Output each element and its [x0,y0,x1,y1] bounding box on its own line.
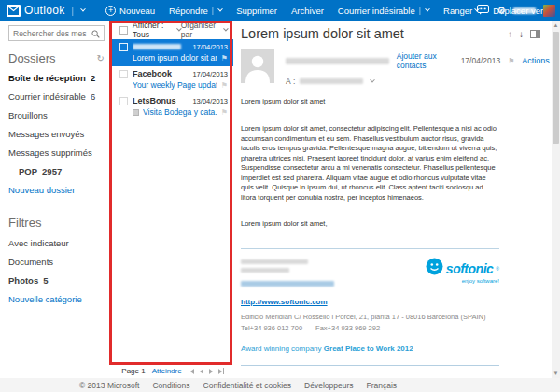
archive-button[interactable]: Archiver [291,6,324,16]
goto-page-link[interactable]: Atteindre [152,367,182,375]
sidebar-item-photos[interactable]: Photos5 [8,275,105,286]
outlook-logo[interactable]: Outlook | [7,4,85,17]
message-subject: Visita Bodega y cata. ... [143,107,217,117]
award-link[interactable]: Great Place to Work 2012 [324,344,413,353]
search-box[interactable] [8,25,105,41]
logo-divider: | [71,6,74,16]
folders-header: Dossiers ↻ [8,51,105,65]
reading-pane-scrollbar[interactable]: ▲ ▼ [552,21,560,378]
message-sender: LetsBonus [133,96,188,105]
refresh-icon[interactable]: ↻ [97,53,105,63]
sender-avatar[interactable] [241,49,274,83]
sidebar-item-documents[interactable]: Documents [8,257,105,267]
message-date: 13/04/2013 [192,97,228,105]
award-line: Award winning company Great Place to Wor… [241,344,499,353]
new-category-link[interactable]: Nouvelle catégorie [8,294,105,304]
chevron-down-icon[interactable] [80,7,86,12]
filters-heading: Filtres [8,216,41,230]
message-subject: Lorem ipsum dolor sit amet [133,53,217,63]
delete-button[interactable]: Supprimer [236,6,277,16]
chevron-down-icon [224,26,229,31]
plus-circle-icon: + [105,6,116,16]
select-all-checkbox[interactable] [119,26,128,35]
footer-bar: © 2013 Microsoft Conditions Confidential… [0,378,560,392]
message-checkbox[interactable] [119,97,128,105]
softonic-wordmark: softonic [446,261,493,276]
search-input[interactable] [13,29,91,38]
top-bar: Outlook | + Nouveau Répondre | Supprimer… [0,0,560,21]
footer-link-terms[interactable]: Conditions [152,381,189,390]
footer-link-language[interactable]: Français [367,381,398,390]
next-message-icon[interactable]: ↓ [519,29,524,39]
reading-pane-toggle-icon[interactable] [530,30,540,38]
message-row-selected[interactable]: 17/04/2013 Lorem ipsum dolor sit amet ⚑ [112,39,233,66]
message-sender: Facebook [133,69,188,78]
redacted-sender-name [286,58,389,64]
search-icon[interactable] [91,25,100,42]
page-indicator: Page 1 [121,367,145,375]
new-folder-link[interactable]: Nouveau dossier [8,185,105,195]
chevron-down-icon[interactable] [371,77,376,83]
signature-address: Edificio Meridian C/ Rosselló i Porcel, … [241,313,499,321]
footer-link-developers[interactable]: Développeurs [304,381,353,390]
folders-heading: Dossiers [8,51,56,65]
footer-link-privacy[interactable]: Confidentialité et cookies [203,381,292,390]
redacted-sender [133,44,181,49]
message-date: 17/04/2013 [192,43,228,51]
filters-header: Filtres [8,216,105,230]
message-row[interactable]: LetsBonus 13/04/2013 Visita Bodega y cat… [112,93,233,120]
message-row[interactable]: Facebook 17/04/2013 Your weekly Page upd… [112,66,233,93]
redacted-recipient [300,78,363,84]
to-label: À : [286,77,295,86]
gear-icon[interactable]: ⚙ [497,6,506,16]
message-checkbox[interactable] [119,70,128,78]
sidebar-item-inbox[interactable]: Boîte de réception2 [8,73,105,83]
flag-icon[interactable]: ⚑ [221,108,228,117]
scroll-up-icon[interactable]: ▲ [552,22,560,28]
signature-phone: Tel+34 936 012 700Fax+34 933 969 292 [241,324,499,332]
messenger-icon[interactable] [477,2,489,19]
prev-page-button[interactable] [200,369,203,374]
scrollbar-thumb[interactable] [553,32,559,144]
body-paragraph: Lorem ipsum dolor sit amet, consectetur … [241,124,499,203]
softonic-url-link[interactable]: http://www.softonic.com [241,298,328,306]
redacted-signature-title [241,268,289,273]
sidebar-item-flagged[interactable]: Avec indicateur [8,238,105,248]
sweep-button[interactable]: Ranger [443,6,479,16]
new-button[interactable]: + Nouveau [105,6,155,16]
message-list-pane: Afficher : Tous Organiser par 17/04/2013… [112,21,233,378]
next-page-button[interactable] [209,369,213,374]
message-subject: Your weekly Page update [133,80,217,90]
last-page-button[interactable] [218,368,224,374]
body-greeting: Lorem ipsum dolor sit amet [241,97,499,105]
add-to-contacts-link[interactable]: Ajouter aux contacts [397,51,454,70]
filter-list: Avec indicateur Documents Photos5 [8,238,105,286]
pagination-nav [189,368,224,374]
previous-message-icon[interactable]: ↑ [508,29,512,39]
actions-dropdown[interactable]: Actions [522,56,552,65]
flag-icon[interactable]: ⚑ [221,81,228,90]
email-date: 17/04/2013 [461,56,501,65]
sidebar-item-junk[interactable]: Courrier indésirable6 [8,91,105,102]
reply-button[interactable]: Répondre | [169,6,222,16]
email-body: Lorem ipsum dolor sit amet Lorem ipsum d… [241,97,499,378]
email-subject: Lorem ipsum dolor sit amet [241,26,404,41]
redacted-signature-email [241,281,334,287]
organize-dropdown[interactable]: Organiser par [181,21,228,39]
scroll-down-icon[interactable]: ▼ [552,371,560,376]
sidebar-item-sent[interactable]: Messages envoyés [8,129,105,139]
reading-pane: Lorem ipsum dolor sit amet ↑ ↓ Ajouter a… [233,21,552,378]
sidebar-item-pop[interactable]: POP2957 [8,166,105,176]
redacted-username[interactable] [513,7,536,14]
filter-dropdown[interactable]: Afficher : Tous [133,21,181,39]
first-page-button[interactable] [189,368,194,374]
folder-sidebar: Dossiers ↻ Boîte de réception2 Courrier … [0,21,112,378]
avatar[interactable] [543,5,555,17]
sidebar-item-deleted[interactable]: Messages supprimés [8,147,105,158]
flag-icon[interactable]: ⚑ [221,54,228,63]
flag-icon[interactable]: ⚑ [508,57,514,65]
message-checkbox[interactable] [119,43,128,51]
junk-button[interactable]: Courrier indésirable | [338,6,429,16]
sidebar-item-drafts[interactable]: Brouillons [8,110,105,120]
app-title: Outlook [24,4,64,17]
